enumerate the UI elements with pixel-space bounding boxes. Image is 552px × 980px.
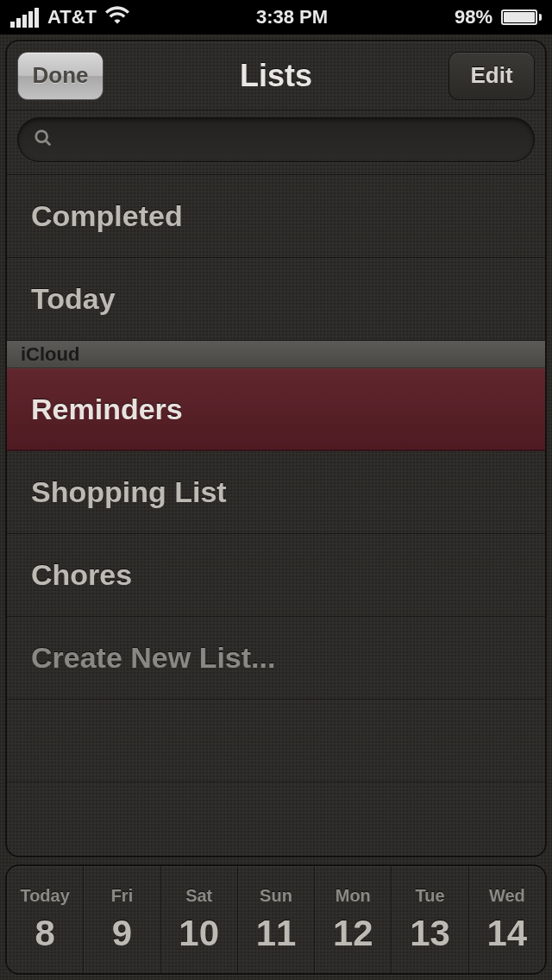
done-button[interactable]: Done <box>17 52 104 100</box>
date-label: Today <box>20 886 69 906</box>
list-item-reminders[interactable]: Reminders <box>7 368 545 451</box>
list-item-label: Completed <box>31 199 183 233</box>
list-item-completed[interactable]: Completed <box>7 175 545 258</box>
date-number: 8 <box>34 913 54 954</box>
date-label: Fri <box>111 886 134 906</box>
section-header-icloud: iCloud <box>7 341 545 368</box>
empty-row <box>7 700 545 782</box>
search-field[interactable] <box>63 128 518 152</box>
date-cell[interactable]: Tue 13 <box>392 866 468 973</box>
section-header-label: iCloud <box>21 343 79 366</box>
page-title: Lists <box>104 58 448 94</box>
svg-point-0 <box>36 131 47 142</box>
status-bar: AT&T 3:38 PM 98% <box>0 0 552 35</box>
date-number: 10 <box>179 913 219 954</box>
create-new-list[interactable]: Create New List... <box>7 617 545 700</box>
carrier-label: AT&T <box>47 6 97 28</box>
navbar: Done Lists Edit <box>7 41 545 110</box>
empty-row <box>7 782 545 856</box>
signal-icon <box>10 8 39 28</box>
date-cell[interactable]: Fri 9 <box>84 866 160 973</box>
clock: 3:38 PM <box>256 6 328 28</box>
list-item-shopping[interactable]: Shopping List <box>7 451 545 534</box>
date-label: Wed <box>489 886 525 906</box>
battery-icon <box>501 9 542 25</box>
date-cell[interactable]: Sun 11 <box>238 866 315 973</box>
date-cell-today[interactable]: Today 8 <box>7 866 84 973</box>
list-item-label: Today <box>31 282 116 316</box>
battery-pct: 98% <box>455 6 492 28</box>
svg-line-1 <box>46 141 51 146</box>
date-label: Mon <box>336 886 371 906</box>
date-strip[interactable]: Today 8 Fri 9 Sat 10 Sun 11 Mon 12 Tue 1… <box>5 864 547 975</box>
date-cell[interactable]: Sat 10 <box>161 866 238 973</box>
list-item-label: Reminders <box>31 393 183 426</box>
done-button-label: Done <box>33 62 89 89</box>
list-item-today[interactable]: Today <box>7 258 545 341</box>
list-item-label: Shopping List <box>31 475 227 509</box>
date-label: Sun <box>260 886 292 906</box>
date-number: 14 <box>486 913 527 954</box>
list-item-label: Chores <box>31 558 132 592</box>
lists-container[interactable]: Completed Today iCloud Reminders Shoppin… <box>7 174 545 856</box>
date-cell[interactable]: Mon 12 <box>315 866 392 973</box>
search-icon <box>34 129 53 151</box>
date-number: 13 <box>410 913 450 954</box>
date-number: 12 <box>333 913 373 954</box>
list-item-chores[interactable]: Chores <box>7 534 545 617</box>
main-panel: Done Lists Edit Completed Today <box>5 40 547 858</box>
edit-button[interactable]: Edit <box>448 52 535 100</box>
date-cell[interactable]: Wed 14 <box>469 866 545 973</box>
date-label: Tue <box>416 886 445 906</box>
date-number: 11 <box>256 913 297 954</box>
search-input[interactable] <box>17 117 535 162</box>
wifi-icon <box>105 5 129 29</box>
edit-button-label: Edit <box>470 62 512 89</box>
date-label: Sat <box>185 886 212 906</box>
create-new-list-label: Create New List... <box>31 641 275 675</box>
date-number: 9 <box>112 913 132 954</box>
